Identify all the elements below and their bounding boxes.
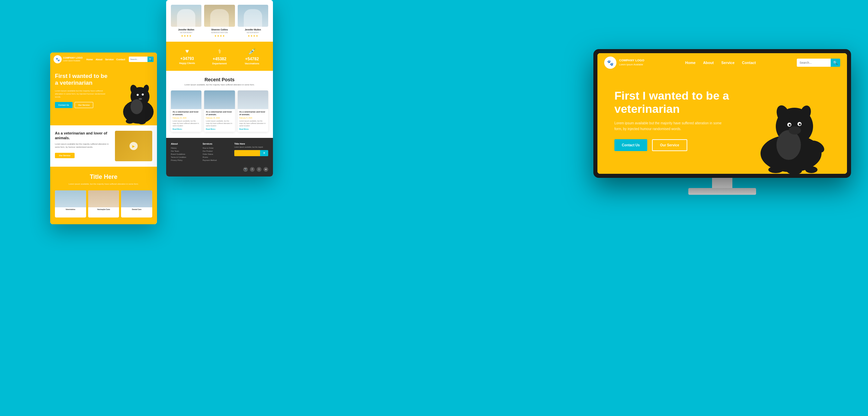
desktop-service-button[interactable]: Our Service [652,139,687,151]
post-content-1: As a veterinarian and lover of animals. … [171,109,201,132]
instagram-icon[interactable]: 📷 [243,167,248,172]
footer-link-history[interactable]: History [171,147,199,149]
newsletter-email-input[interactable] [234,150,260,156]
whatsapp-icon[interactable]: w [263,167,268,172]
contact-button[interactable]: Contact Us [55,102,73,108]
star-icon [184,35,186,37]
section2-text: As a veterinarian and lover of animals. … [55,131,112,158]
service-card-1: Veterinários [55,190,86,217]
team-photo-1 [171,5,201,27]
desktop-logo-icon: 🐾 [604,57,616,69]
team-name-3: Jennifer Mullen [238,28,268,31]
team-card-1: Jennifer Mullen VETERINARY [171,5,201,37]
svg-point-18 [799,123,801,125]
search-button[interactable]: 🔍 [147,57,154,62]
post-read-more-2[interactable]: Read More+ [206,128,233,130]
monitor-neck [712,178,732,188]
nav-link-contact[interactable]: Contact [116,58,125,61]
footer-link-brand[interactable]: Brand Guidelines [171,153,199,155]
footer-link-terms[interactable]: Terms & Condition [171,156,199,158]
posts-subtitle: Lorem Ipsum available, but the majority … [171,84,268,86]
stethoscope-icon: ⚕ [203,48,236,55]
desktop-logo: 🐾 COMPANY LOGO Lorem Ipsum Available [604,57,644,69]
service-card-3: Dental Care [121,190,152,217]
desktop-nav-about[interactable]: About [703,61,714,65]
play-button[interactable]: ▶ [130,142,138,150]
center-footer: About History Our Team Brand Guidelines … [166,138,273,176]
desktop-contact-button[interactable]: Contact Us [614,139,647,151]
star-icon [186,35,189,37]
post-read-more-1[interactable]: Read More+ [173,128,200,130]
mobile-center-mockup: Jennifer Mullen VETERINARY Sheeren Colli… [166,0,273,176]
stat-department: ⚕ +45382 Departament [203,48,236,65]
posts-grid: As a veterinarian and lover of animals. … [171,90,268,132]
post-description-3: Lorem Ipsum available, but the majo rity… [239,120,267,127]
post-image-1 [171,90,201,109]
team-section: Jennifer Mullen VETERINARY Sheeren Colli… [166,0,273,42]
footer-services-title: Services [202,143,231,145]
team-cards: Jennifer Mullen VETERINARY Sheeren Colli… [171,5,268,37]
star-icon [251,35,253,37]
nav-link-service[interactable]: Service [105,58,114,61]
svg-point-23 [805,166,817,173]
post-description-1: Lorem Ipsum available, but the majo rity… [173,120,200,127]
search-input[interactable] [129,57,147,62]
post-date-2: February 15, 2020 [206,117,233,119]
nav-link-about[interactable]: About [96,58,102,61]
footer-link-order-status[interactable]: Order Status [202,153,231,155]
post-content-3: As a veterinarian and lover of animals. … [238,109,268,132]
stats-section: ♥ +34793 Happy Clients ⚕ +45382 Departam… [166,42,273,71]
desktop-nav: 🐾 COMPANY LOGO Lorem Ipsum Available Hom… [597,53,847,72]
post-card-1: As a veterinarian and lover of animals. … [171,90,201,132]
svg-point-21 [768,166,783,173]
footer-link-privacy[interactable]: Privacy Policy [171,159,199,161]
card-label-1: Veterinários [55,207,86,211]
posts-section: Recent Posts Lorem Ipsum available, but … [166,71,273,138]
card-label-2: Vacinação Cans [88,207,119,211]
twitter-icon[interactable]: t [257,167,261,172]
star-icon [214,35,216,37]
desktop-nav-contact[interactable]: Contact [742,61,756,65]
team-name-2: Sheeren Collins [204,28,235,31]
footer-link-how-to-order[interactable]: How to Order [202,147,231,149]
team-photo-2 [204,5,235,27]
card-image-3 [121,190,152,207]
section2-service-button[interactable]: Our Service [55,153,75,158]
post-image-2 [204,90,235,109]
service-button[interactable]: Our Service [75,102,94,108]
desktop-nav-home[interactable]: Home [685,61,696,65]
desktop-nav-service[interactable]: Service [721,61,734,65]
post-card-2: As a veterinarian and lover of animals. … [204,90,235,132]
post-title-1: As a veterinarian and lover of animals. [173,111,200,116]
mobile-hero: First I wanted to be a veterinarian Lore… [50,66,157,125]
monitor-base [688,188,756,195]
stat-happy-clients: ♥ +34793 Happy Clients [171,48,203,65]
section3-description: Lorem ipsum available, but the majority … [55,183,152,186]
facebook-icon[interactable]: f [250,167,255,172]
team-card-3: Jennifer Mullen VETERINARY [238,5,268,37]
section3-title: Title Here [55,173,152,181]
footer-link-our-product[interactable]: Our Product [202,150,231,152]
newsletter-send-button[interactable]: ➤ [260,150,268,156]
monitor-screen: 🐾 COMPANY LOGO Lorem Ipsum Available Hom… [593,49,851,178]
post-card-3: As a veterinarian and lover of animals. … [238,90,268,132]
footer-link-payment[interactable]: Payment Method [202,159,231,161]
stat-label-2: Departament [203,62,236,65]
team-role-1: VETERINARY [171,32,201,34]
nav-link-home[interactable]: Home [86,58,93,61]
card-image-1 [55,190,86,207]
desktop-search: 🔍 [797,59,840,67]
mobile-logo: 🐾 COMPANY LOGO Lorem Ipsum Available [54,55,83,63]
footer-about-title: About [171,143,199,145]
mobile-nav-links: Home About Service Contact [85,58,126,61]
desktop-search-input[interactable] [797,59,831,67]
team-photo-3 [238,5,268,27]
post-read-more-3[interactable]: Read More+ [239,128,267,130]
team-stars-1 [171,35,201,37]
desktop-search-button[interactable]: 🔍 [831,59,840,67]
footer-link-promo[interactable]: Promo [202,156,231,158]
mobile-nav: 🐾 COMPANY LOGO Lorem Ipsum Available Hom… [50,53,157,66]
card-label-3: Dental Care [121,207,152,211]
footer-link-team[interactable]: Our Team [171,150,199,152]
star-icon [220,35,222,37]
